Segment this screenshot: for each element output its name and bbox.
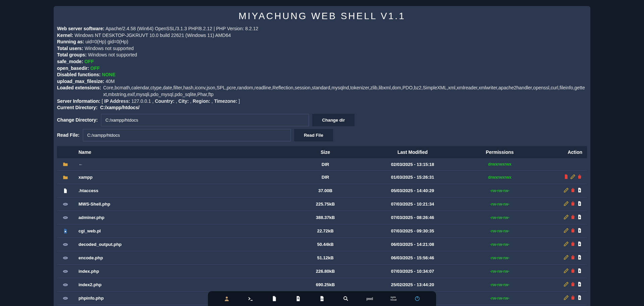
file-type-icon: php [57,238,74,251]
edit-icon[interactable] [570,174,576,179]
taskbar-new-file-icon[interactable] [268,292,281,305]
open-basedir-value: OFF [91,65,100,71]
web-server-label: Web server software: [57,26,104,31]
file-name[interactable]: MWS-Shell.php [74,198,288,211]
taskbar-power-icon[interactable] [411,292,424,305]
file-name[interactable]: encode.php [74,251,288,265]
edit-icon[interactable] [564,201,569,206]
edit-icon[interactable] [564,214,569,220]
download-icon[interactable] [577,214,582,220]
delete-icon[interactable] [570,255,576,260]
file-name[interactable]: .htaccess [74,184,288,198]
file-type-icon [57,171,74,184]
delete-icon[interactable] [570,187,576,193]
city-label: City: [178,98,189,104]
taskbar-upload-file-icon[interactable] [291,292,305,305]
file-date: 06/03/2025 - 14:21:08 [362,238,463,251]
file-name[interactable]: index.php [74,265,288,278]
file-type-icon [57,224,74,238]
file-name[interactable]: cgi_web.pl [74,224,288,238]
ip-label: IP Address: [104,98,130,104]
file-perm: -rw-rw-rw- [463,278,537,292]
read-file-input[interactable] [83,129,291,141]
delete-icon[interactable] [570,228,576,233]
file-type-icon: php [57,251,74,265]
file-date: 06/03/2025 - 15:56:46 [362,251,463,265]
file-actions [537,292,587,305]
svg-text:php: php [64,244,67,245]
taskbar-avatar-icon[interactable] [220,292,233,305]
current-dir-value[interactable]: C:/xampp/htdocs/ [100,105,139,110]
file-name[interactable]: index2.php [74,278,288,292]
download-icon[interactable] [577,187,582,193]
disabled-funcs-value: NONE [102,72,115,77]
delete-icon[interactable] [570,268,576,273]
delete-icon[interactable] [570,214,576,220]
edit-icon[interactable] [564,241,569,247]
shell-container: MIYACHUNG WEB SHELL V1.1 Web server soft… [54,6,590,306]
delete-icon[interactable] [570,201,576,206]
taskbar-search-icon[interactable] [339,292,353,305]
read-file-button[interactable]: Read File [294,129,333,141]
download-icon[interactable] [577,241,582,247]
file-size: 22.72kB [288,224,362,238]
file-name[interactable]: ← [74,158,288,171]
file-perm: -rw-rw-rw- [463,211,537,224]
rename-icon[interactable] [564,174,569,179]
col-action: Action [537,146,587,158]
open-basedir-label: open_basedir: [57,65,89,71]
taskbar-pwd-button[interactable]: pwd [363,292,376,305]
change-dir-input[interactable] [101,114,309,126]
file-actions [537,278,587,292]
edit-icon[interactable] [564,228,569,233]
edit-icon[interactable] [564,255,569,260]
delete-icon[interactable] [577,174,582,179]
file-table-wrap[interactable]: Name Size Last Modified Permissions Acti… [57,146,587,306]
file-name[interactable]: adminer.php [74,211,288,224]
taskbar-terminal-icon[interactable] [244,292,257,305]
col-modified: Last Modified [362,146,463,158]
edit-icon[interactable] [564,268,569,273]
svg-text:php: php [64,284,67,286]
file-name[interactable]: decoded_output.php [74,238,288,251]
page-title: MIYACHUNG WEB SHELL V1.1 [57,11,587,21]
file-date: 02/03/2025 - 13:15:18 [362,158,463,171]
file-perm: -rw-rw-rw- [463,198,537,211]
loaded-ext-label: Loaded extensions: [57,85,101,91]
edit-icon[interactable] [564,295,569,300]
change-dir-button[interactable]: Change dir [312,114,355,126]
edit-icon[interactable] [564,187,569,193]
file-actions [537,251,587,265]
download-icon[interactable] [577,281,582,287]
taskbar-sym-button[interactable]: symlocal [387,292,400,305]
svg-text:php: php [321,298,323,300]
kernel-value: Windows NT DESKTOP-JGKRUVT 10.0 build 22… [74,33,231,38]
delete-icon[interactable] [570,295,576,300]
download-icon[interactable] [577,255,582,260]
edit-icon[interactable] [564,281,569,287]
download-icon[interactable] [577,268,582,273]
download-icon[interactable] [577,228,582,233]
file-date: 25/02/2025 - 13:44:20 [362,278,463,292]
svg-text:php: php [64,297,67,299]
svg-point-17 [226,297,228,299]
file-type-icon: php [57,278,74,292]
region-label: Region: [193,98,210,104]
delete-icon[interactable] [570,241,576,247]
table-row: phpindex2.php690.25kB25/02/2025 - 13:44:… [57,278,587,292]
file-actions [537,198,587,211]
total-users-label: Total users: [57,46,83,51]
file-actions [537,171,587,184]
file-perm: -rw-rw-rw- [463,238,537,251]
download-icon[interactable] [577,201,582,206]
svg-point-19 [344,297,347,300]
file-name[interactable]: xampp [74,171,288,184]
download-icon[interactable] [577,295,582,300]
table-row: phpadminer.php388.37kB07/03/2025 - 08:26… [57,211,587,224]
kernel-label: Kernel: [57,33,73,38]
current-dir-label: Current Directory: [57,105,98,110]
delete-icon[interactable] [570,281,576,287]
taskbar-php-file-icon[interactable]: php [315,292,329,305]
svg-point-4 [65,231,66,232]
file-perm: drwxrwxrwx [463,171,537,184]
